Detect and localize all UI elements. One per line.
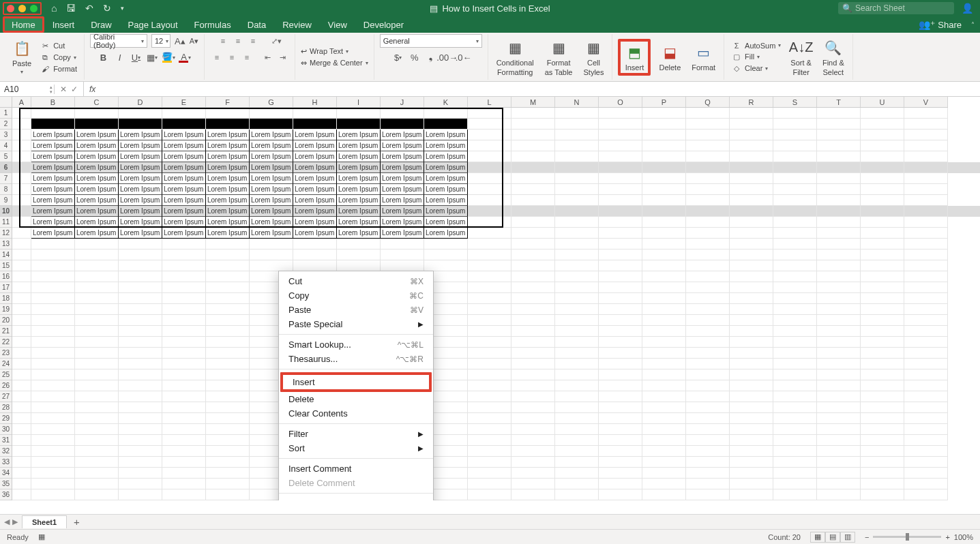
cell[interactable] [206,304,250,315]
row-header-15[interactable]: 15 [0,260,12,271]
cell[interactable] [817,413,861,424]
format-painter-button[interactable]: 🖌Format [38,64,78,74]
cell[interactable] [904,446,948,457]
cell[interactable] [555,369,599,380]
cell[interactable] [162,239,206,250]
increase-decimal-button[interactable]: .00→ [441,50,454,64]
cell[interactable] [904,108,948,119]
cell[interactable] [730,162,773,173]
cell[interactable] [162,315,206,326]
ctx-filter[interactable]: Filter▶ [279,427,433,441]
merge-center-button[interactable]: ⇔Merge & Center▾ [301,59,368,67]
row-header-5[interactable]: 5 [0,151,12,162]
cell[interactable] [817,206,861,217]
zoom-icon[interactable] [30,5,38,12]
cell[interactable] [162,479,206,489]
cell[interactable] [686,326,730,337]
cell[interactable] [642,119,686,130]
cell[interactable] [686,271,730,282]
increase-font-icon[interactable]: A▴ [175,36,185,46]
column-headers[interactable]: ABCDEFGHIJKLMNOPQRSTUV [12,97,948,108]
cell[interactable] [904,119,948,130]
cell[interactable] [75,457,119,468]
cell[interactable] [817,391,861,402]
cell[interactable] [686,239,730,250]
row-header-36[interactable]: 36 [0,489,12,500]
cell[interactable] [904,293,948,304]
cell[interactable] [511,391,555,402]
cell[interactable]: Lorem Ipsum [337,228,381,239]
col-header-M[interactable]: M [511,97,555,107]
cell[interactable] [555,206,599,217]
cell[interactable] [250,239,293,250]
tab-data[interactable]: Data [239,16,274,33]
cell[interactable] [773,228,817,239]
cell[interactable] [162,435,206,446]
cell[interactable] [75,304,119,315]
cell[interactable] [904,271,948,282]
cell[interactable] [773,413,817,424]
cell[interactable] [904,260,948,271]
cell[interactable] [119,315,162,326]
col-header-G[interactable]: G [250,97,293,107]
cell[interactable] [555,413,599,424]
cell[interactable] [599,435,642,446]
cell[interactable] [599,402,642,413]
cell[interactable] [730,446,773,457]
row-header-4[interactable]: 4 [0,140,12,151]
cancel-icon[interactable]: ✕ [60,85,67,94]
cell[interactable] [773,195,817,206]
select-all-corner[interactable] [0,97,12,108]
cell[interactable] [12,402,31,413]
row-header-21[interactable]: 21 [0,326,12,337]
cell[interactable] [861,402,904,413]
cell[interactable] [31,260,75,271]
paste-button[interactable]: 📋 Paste ▾ [10,39,34,75]
cell[interactable] [686,130,730,140]
cell[interactable] [904,468,948,479]
cell[interactable] [599,457,642,468]
minimize-icon[interactable] [18,5,26,12]
cell[interactable]: Lorem Ipsum [293,228,337,239]
cell[interactable] [555,326,599,337]
cell[interactable] [730,108,773,119]
cell[interactable] [861,446,904,457]
cell[interactable] [686,293,730,304]
col-header-P[interactable]: P [642,97,686,107]
cell[interactable] [555,119,599,130]
cell[interactable] [31,304,75,315]
cell[interactable] [555,337,599,348]
cell[interactable] [75,282,119,293]
cell[interactable] [861,391,904,402]
sheet-nav[interactable]: ◀▶ [0,517,22,526]
italic-button[interactable]: I [113,50,126,64]
cell[interactable] [817,489,861,500]
cell[interactable] [119,304,162,315]
cell[interactable] [511,479,555,489]
cell[interactable] [817,184,861,195]
cell[interactable] [31,402,75,413]
row-header-30[interactable]: 30 [0,424,12,435]
cell[interactable] [861,380,904,391]
cell[interactable] [119,489,162,500]
cell[interactable] [511,151,555,162]
cell[interactable] [904,151,948,162]
cell[interactable] [162,293,206,304]
cell[interactable] [468,489,511,500]
font-name-select[interactable]: Calibri (Body)▾ [90,34,147,48]
cell[interactable] [12,413,31,424]
cell[interactable] [773,369,817,380]
cell[interactable] [686,468,730,479]
cell[interactable] [642,304,686,315]
wrap-text-button[interactable]: ↩Wrap Text▾ [301,47,368,56]
cell[interactable] [206,446,250,457]
cell[interactable] [773,130,817,140]
cell[interactable] [642,435,686,446]
cell[interactable] [511,293,555,304]
increase-indent-icon[interactable]: ⇥ [276,50,289,64]
cell[interactable] [119,468,162,479]
cell[interactable] [555,271,599,282]
cell[interactable] [773,151,817,162]
cell[interactable] [773,206,817,217]
cell[interactable] [817,151,861,162]
